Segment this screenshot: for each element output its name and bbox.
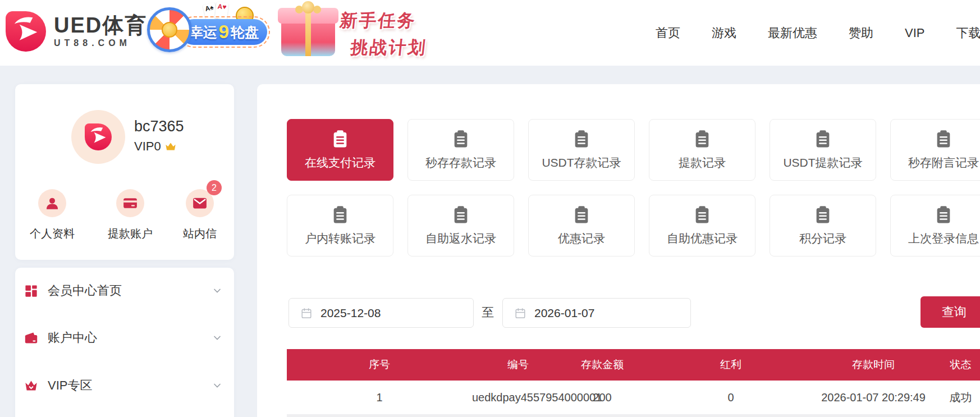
record-tab[interactable]: 秒存附言记录 <box>890 119 980 181</box>
record-tab[interactable]: 户内转账记录 <box>287 195 393 256</box>
next-row-partial <box>287 414 980 417</box>
main-content: 在线支付记录 秒存存款记录 <box>257 84 980 417</box>
table-row: 1uedkdpay455795400000120002026-01-07 20:… <box>287 381 980 414</box>
roulette-wheel-icon <box>147 7 192 52</box>
table-header-cell: 编号 <box>472 349 564 381</box>
record-tab-label: 提款记录 <box>679 155 726 171</box>
query-button[interactable]: 查询 <box>921 296 980 328</box>
table-header-row: 序号编号存款金额红利存款时间状态 <box>287 349 980 381</box>
task-banner-line1: 新手任务 <box>338 9 431 33</box>
record-tab-label: 积分记录 <box>799 231 846 246</box>
sidebar-item-label: 会员中心首页 <box>48 282 122 299</box>
nav-item[interactable]: VIP <box>905 26 924 40</box>
table-cell: 0 <box>640 381 821 414</box>
logo-domain: UT88.COM <box>54 38 147 48</box>
calendar-icon <box>300 307 313 319</box>
profile-card: bc7365 VIP0 个人资料 提款账户 <box>15 84 234 260</box>
record-tab-label: 优惠记录 <box>558 231 605 246</box>
record-tab-label: 秒存附言记录 <box>908 155 979 171</box>
chevron-down-icon <box>212 285 223 296</box>
table-cell: 成功 <box>926 381 980 414</box>
logo-title: UED体育 <box>54 15 147 37</box>
nav-item[interactable]: 赞助 <box>849 25 873 42</box>
table-header-cell: 存款金额 <box>564 349 640 381</box>
record-tab-label: 上次登录信息 <box>908 231 979 246</box>
shortcut-inbox[interactable]: 2 站内信 <box>172 189 228 241</box>
table-cell: 1 <box>287 381 472 414</box>
sidebar-menu: 会员中心首页 账户中心 VIP专区 <box>15 268 234 417</box>
site-logo[interactable]: UED体育 UT88.COM <box>6 11 147 52</box>
record-tab-label: 自助优惠记录 <box>667 231 738 246</box>
clipboard-icon <box>934 129 953 148</box>
avatar <box>71 110 125 164</box>
date-from-value: 2025-12-08 <box>320 306 381 320</box>
nav-item[interactable]: 下载 <box>956 25 980 42</box>
record-tab[interactable]: 自助优惠记录 <box>649 195 755 256</box>
record-tab[interactable]: 秒存存款记录 <box>407 119 514 181</box>
record-tab-label: 在线支付记录 <box>305 155 375 171</box>
record-tab-label: USDT提款记录 <box>783 155 862 171</box>
clipboard-icon <box>572 129 591 148</box>
clipboard-icon <box>693 129 712 148</box>
shortcut-withdraw-account[interactable]: 提款账户 <box>102 189 158 241</box>
record-tab-label: 秒存存款记录 <box>425 155 496 171</box>
table-cell: uedkdpay4557954000001 <box>472 381 564 414</box>
nav-item[interactable]: 首页 <box>656 25 680 42</box>
newbie-task-banner[interactable]: 新手任务 挑战计划 <box>278 4 428 59</box>
record-tab[interactable]: 在线支付记录 <box>287 119 393 181</box>
table-header-cell: 序号 <box>287 349 472 381</box>
record-tab[interactable]: USDT提款记录 <box>770 119 876 181</box>
gift-box-icon <box>281 10 335 56</box>
sidebar-item-vip-zone[interactable]: VIP专区 <box>15 373 234 398</box>
chevron-down-icon <box>212 380 223 391</box>
avatar-logo-icon <box>85 123 112 150</box>
date-to-input[interactable]: 2026-01-07 <box>502 298 691 328</box>
records-table: 序号编号存款金额红利存款时间状态 1uedkdpay45579540000012… <box>287 349 980 417</box>
record-tab[interactable]: 上次登录信息 <box>890 195 980 256</box>
clipboard-icon <box>451 129 470 148</box>
clipboard-icon <box>572 205 591 224</box>
date-from-input[interactable]: 2025-12-08 <box>288 298 474 328</box>
clipboard-icon <box>934 205 953 224</box>
table-cell: 2026-01-07 20:29:49 <box>821 381 926 414</box>
clipboard-icon <box>451 205 470 224</box>
clipboard-icon <box>693 205 712 224</box>
top-header: UED体育 UT88.COM A♠ A♥ 幸运 9 轮盘 新手任务 挑战计划 <box>0 0 980 66</box>
vip-level: VIP0 <box>134 139 161 154</box>
record-tab[interactable]: USDT存款记录 <box>528 119 635 181</box>
shortcut-label: 站内信 <box>172 226 228 241</box>
wallet-icon <box>24 331 39 346</box>
sidebar-item-member-home[interactable]: 会员中心首页 <box>15 278 234 303</box>
shortcut-label: 个人资料 <box>24 226 80 241</box>
record-tab[interactable]: 优惠记录 <box>528 195 635 256</box>
playing-card-icon: A♥ <box>214 2 228 20</box>
username: bc7365 <box>134 118 184 135</box>
sidebar-item-account-center[interactable]: 账户中心 <box>15 326 234 350</box>
nav-item[interactable]: 游戏 <box>712 25 736 42</box>
record-tabs: 在线支付记录 秒存存款记录 <box>287 119 980 256</box>
shortcut-profile[interactable]: 个人资料 <box>24 189 80 241</box>
clipboard-icon <box>331 205 350 224</box>
nav-item[interactable]: 最新优惠 <box>768 25 817 42</box>
record-tab[interactable]: 自助返水记录 <box>407 195 514 256</box>
bank-card-icon <box>122 195 139 212</box>
sidebar-item-label: 账户中心 <box>48 329 97 346</box>
date-to-value: 2026-01-07 <box>534 306 594 320</box>
calendar-icon <box>514 307 526 319</box>
table-header-cell: 状态 <box>926 349 980 381</box>
crown-gold-icon <box>164 140 177 153</box>
record-tab[interactable]: 提款记录 <box>649 119 755 181</box>
lucky-wheel-banner[interactable]: A♠ A♥ 幸运 9 轮盘 <box>147 6 268 54</box>
main-nav: 首页 游戏 最新优惠 赞助 VIP 下载 <box>656 0 980 66</box>
crown-icon <box>24 378 39 393</box>
date-filter: 2025-12-08 至 2026-01-07 查询 <box>257 296 980 330</box>
clipboard-icon <box>813 205 832 224</box>
to-label: 至 <box>482 304 494 321</box>
clipboard-icon <box>813 129 832 148</box>
shortcut-label: 提款账户 <box>102 226 158 241</box>
record-tab[interactable]: 积分记录 <box>770 195 876 256</box>
grid-icon <box>24 283 39 299</box>
clipboard-icon <box>331 129 350 148</box>
table-header-cell: 红利 <box>640 349 821 381</box>
chevron-down-icon <box>212 332 223 343</box>
